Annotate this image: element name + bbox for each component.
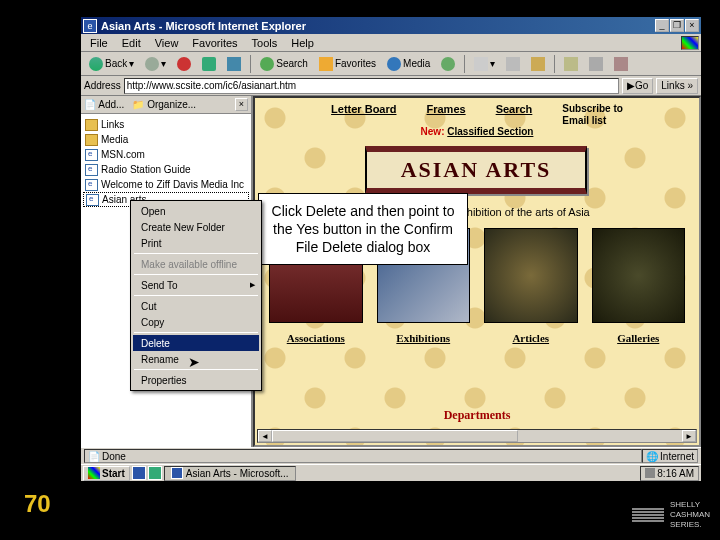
thumb-galleries[interactable] (592, 228, 686, 323)
discuss-button[interactable] (560, 55, 582, 73)
address-input[interactable] (124, 78, 619, 94)
forward-button[interactable]: ▾ (141, 55, 170, 73)
link-associations[interactable]: Associations (287, 332, 345, 344)
mail-button[interactable]: ▾ (470, 55, 499, 73)
folder-icon (85, 134, 98, 146)
minimize-button[interactable]: _ (655, 19, 669, 32)
menu-file[interactable]: File (83, 36, 115, 50)
media-button[interactable]: Media (383, 55, 434, 73)
menu-favorites[interactable]: Favorites (185, 36, 244, 50)
menu-item-copy[interactable]: Copy (133, 314, 259, 330)
quicklaunch-ie-icon[interactable] (132, 466, 146, 480)
menu-item-send-to[interactable]: Send To (133, 277, 259, 293)
tool2-icon (614, 57, 628, 71)
link-frames[interactable]: Frames (426, 103, 465, 127)
page-icon (85, 149, 98, 161)
links-button[interactable]: Links » (656, 78, 698, 94)
organize-favorites-button[interactable]: 📁 Organize... (132, 99, 196, 110)
scrollbar-thumb[interactable] (272, 430, 518, 442)
page-icon (85, 164, 98, 176)
page-icon (85, 179, 98, 191)
brand-footer: SHELLYCASHMANSERIES. (632, 500, 710, 530)
home-button[interactable] (223, 55, 245, 73)
web-content-area: Letter Board Frames Search Subscribe toE… (253, 96, 701, 447)
link-letter-board[interactable]: Letter Board (331, 103, 396, 127)
print-button[interactable] (502, 55, 524, 73)
close-pane-button[interactable]: × (235, 98, 248, 111)
scroll-left-icon[interactable]: ◄ (258, 430, 272, 442)
windows-logo-icon (681, 36, 699, 50)
folder-icon (85, 119, 98, 131)
extra2-button[interactable] (610, 55, 632, 73)
menu-item-delete[interactable]: Delete (133, 335, 259, 351)
refresh-icon (202, 57, 216, 71)
menu-item-open[interactable]: Open (133, 203, 259, 219)
context-menu: OpenCreate New FolderPrintMake available… (130, 200, 262, 391)
menu-item-rename[interactable]: Rename (133, 351, 259, 367)
favorite-item[interactable]: Welcome to Ziff Davis Media Inc (83, 177, 249, 192)
scroll-right-icon[interactable]: ► (682, 430, 696, 442)
favorites-button[interactable]: Favorites (315, 55, 380, 73)
navigation-toolbar: Back ▾ ▾ Search Favorites Media ▾ (81, 52, 701, 76)
horizontal-scrollbar[interactable]: ◄ ► (257, 429, 697, 443)
address-bar: Address ▶ Go Links » (81, 76, 701, 96)
menu-bar: File Edit View Favorites Tools Help (81, 34, 701, 52)
ie-icon: e (83, 19, 97, 33)
menu-help[interactable]: Help (284, 36, 321, 50)
edit-icon (531, 57, 545, 71)
favorite-item[interactable]: Radio Station Guide (83, 162, 249, 177)
status-text: Done (102, 451, 126, 462)
menu-item-print[interactable]: Print (133, 235, 259, 251)
history-icon (441, 57, 455, 71)
media-icon (387, 57, 401, 71)
zone-text: Internet (660, 451, 694, 462)
taskbar-task[interactable]: Asian Arts - Microsoft... (164, 466, 296, 481)
link-galleries[interactable]: Galleries (617, 332, 659, 344)
favorite-item[interactable]: MSN.com (83, 147, 249, 162)
favorite-item[interactable]: Links (83, 117, 249, 132)
menu-item-create-new-folder[interactable]: Create New Folder (133, 219, 259, 235)
favorite-label: Media (101, 134, 128, 145)
maximize-button[interactable]: ❐ (670, 19, 684, 32)
refresh-button[interactable] (198, 55, 220, 73)
menu-item-properties[interactable]: Properties (133, 372, 259, 388)
page-icon: 📄 (88, 451, 100, 462)
add-favorite-button[interactable]: 📄 Add... (84, 99, 124, 110)
favorite-label: Welcome to Ziff Davis Media Inc (101, 179, 244, 190)
link-classified[interactable]: Classified Section (447, 126, 533, 137)
tray-icon[interactable] (645, 468, 655, 478)
search-icon (260, 57, 274, 71)
page-icon (86, 194, 99, 206)
close-button[interactable]: × (685, 19, 699, 32)
start-button[interactable]: Start (83, 466, 130, 481)
link-exhibitions[interactable]: Exhibitions (396, 332, 450, 344)
forward-arrow-icon (145, 57, 159, 71)
link-articles[interactable]: Articles (512, 332, 549, 344)
link-search[interactable]: Search (496, 103, 533, 127)
stop-icon (177, 57, 191, 71)
stop-button[interactable] (173, 55, 195, 73)
history-button[interactable] (437, 55, 459, 73)
tool-icon (589, 57, 603, 71)
back-button[interactable]: Back ▾ (85, 55, 138, 73)
clock: 8:16 AM (657, 468, 694, 479)
subscribe-label[interactable]: Subscribe toEmail list (562, 103, 623, 127)
task-ie-icon (171, 467, 183, 479)
favorite-item[interactable]: Media (83, 132, 249, 147)
slide-number: 70 (24, 490, 51, 518)
menu-view[interactable]: View (148, 36, 186, 50)
instruction-callout: Click Delete and then point to the Yes b… (258, 193, 468, 265)
go-button[interactable]: ▶ Go (622, 78, 653, 94)
star-icon (319, 57, 333, 71)
extra1-button[interactable] (585, 55, 607, 73)
favorite-label: Radio Station Guide (101, 164, 191, 175)
menu-item-cut[interactable]: Cut (133, 298, 259, 314)
printer-icon (506, 57, 520, 71)
edit-button[interactable] (527, 55, 549, 73)
menu-tools[interactable]: Tools (245, 36, 285, 50)
quicklaunch-desktop-icon[interactable] (148, 466, 162, 480)
window-titlebar: e Asian Arts - Microsoft Internet Explor… (81, 17, 701, 34)
search-button[interactable]: Search (256, 55, 312, 73)
thumb-articles[interactable] (484, 228, 578, 323)
menu-edit[interactable]: Edit (115, 36, 148, 50)
